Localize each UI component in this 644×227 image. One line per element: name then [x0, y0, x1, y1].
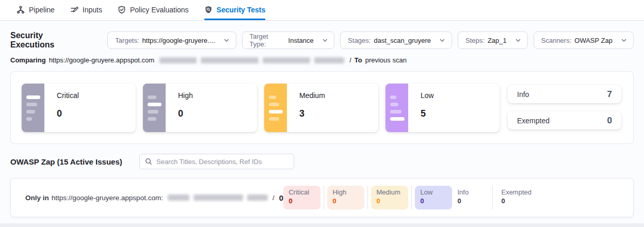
shield-search-icon [204, 6, 213, 14]
dropdown-value: https://google-gruyere.... [142, 37, 215, 44]
divider [492, 186, 493, 209]
dropdown-label: Steps: [465, 37, 485, 44]
exempted-label: Exempted [517, 117, 550, 125]
issues-search-box[interactable] [139, 154, 294, 169]
page-title: Security Executions [10, 31, 88, 50]
severity-count: 0 [57, 108, 79, 119]
badge-low: Low 0 [415, 186, 452, 209]
dropdown-label: Target Type: [250, 33, 285, 48]
tab-label: Policy Evaluations [130, 6, 189, 14]
severity-count: 3 [299, 108, 325, 119]
steps-dropdown[interactable]: Steps: Zap_1 [458, 31, 528, 49]
issue-group-text: Only in https://google-gruyere.appspot.c… [25, 193, 291, 202]
medium-severity-icon [264, 84, 287, 132]
severity-label: Low [421, 91, 434, 100]
target-type-dropdown[interactable]: Target Type: Instance [242, 31, 335, 49]
search-input[interactable] [156, 158, 288, 166]
badge-exempted: Exempted 0 [496, 186, 533, 209]
chevron-down-icon [439, 37, 445, 43]
info-count: 7 [607, 89, 612, 100]
tab-security-tests[interactable]: Security Tests [204, 0, 266, 20]
dropdown-label: Scanners: [541, 37, 572, 44]
filters-row: Security Executions Targets: https://goo… [10, 21, 634, 50]
dropdown-label: Stages: [348, 37, 371, 44]
exempted-card: Exempted 0 [508, 111, 621, 129]
tab-policy-evaluations[interactable]: Policy Evaluations [118, 0, 189, 20]
severity-card-high: High 0 [143, 84, 257, 132]
tab-label: Pipeline [29, 6, 55, 14]
search-icon [145, 158, 152, 165]
severity-card-critical: Critical 0 [22, 84, 136, 132]
badge-info: Info 0 [452, 186, 489, 209]
dropdown-value: Zap_1 [488, 37, 507, 44]
severity-card-low: Low 5 [385, 84, 500, 132]
stages-dropdown[interactable]: Stages: dast_scan_gruyere [340, 31, 452, 49]
info-label: Info [517, 90, 529, 99]
comparing-url: https://google-gruyere.appspot.com [49, 56, 155, 64]
inputs-icon [70, 6, 78, 14]
scanner-section-title: OWASP Zap (15 Active Issues) [10, 157, 139, 166]
divider [411, 186, 412, 209]
divider [367, 186, 368, 209]
issues-section-header: OWASP Zap (15 Active Issues) [10, 154, 634, 169]
severity-label: Critical [57, 91, 79, 100]
security-tests-panel: Security Executions Targets: https://goo… [0, 21, 644, 223]
chevron-down-icon [515, 37, 521, 43]
severity-label: High [178, 91, 193, 100]
issue-group-row[interactable]: Only in https://google-gruyere.appspot.c… [10, 178, 634, 217]
comparing-label: Comparing [10, 56, 46, 64]
severity-count: 0 [178, 108, 193, 119]
dropdown-value: Instance [288, 37, 314, 44]
severity-summary-card: Critical 0 High 0 [10, 71, 634, 144]
comparing-separator: / [349, 56, 351, 64]
tab-label: Security Tests [217, 6, 266, 14]
severity-count: 5 [421, 108, 434, 119]
exempted-count: 0 [607, 116, 612, 126]
issue-group-separator: / [272, 194, 275, 202]
critical-severity-icon [22, 84, 44, 132]
dropdown-label: Targets: [115, 37, 139, 44]
scanners-dropdown[interactable]: Scanners: OWASP Zap [534, 31, 634, 49]
only-in-label: Only in [25, 194, 49, 202]
tab-label: Inputs [83, 6, 102, 14]
info-card: Info 7 [508, 85, 621, 103]
chevron-down-icon [223, 37, 230, 43]
badge-medium: Medium 0 [371, 186, 408, 209]
severity-card-medium: Medium 3 [264, 84, 378, 132]
low-severity-icon [385, 84, 408, 132]
severity-label: Medium [299, 91, 325, 100]
badge-high: High 0 [327, 186, 364, 209]
chevron-down-icon [621, 37, 627, 43]
shield-check-icon [118, 6, 126, 14]
high-severity-icon [143, 84, 166, 132]
dropdown-value: dast_scan_gruyere [374, 37, 431, 44]
issue-group-url: https://google-gruyere.appspot.com: [52, 194, 163, 202]
severity-badges: Critical 0 High 0 Medium 0 Low 0 Info 0 [283, 186, 533, 209]
comparing-line: Comparing https://google-gruyere.appspot… [10, 56, 634, 64]
badge-critical: Critical 0 [283, 186, 320, 209]
divider [324, 186, 324, 209]
chevron-down-icon [322, 37, 328, 43]
redacted-text [159, 57, 344, 63]
targets-dropdown[interactable]: Targets: https://google-gruyere.... [107, 31, 236, 49]
comparing-to-value: previous scan [365, 56, 407, 64]
dropdown-value: OWASP Zap [574, 37, 613, 44]
comparing-to-label: To [355, 56, 362, 64]
info-exempted-column: Info 7 Exempted 0 [508, 84, 621, 131]
tab-inputs[interactable]: Inputs [70, 0, 102, 20]
redacted-text [168, 194, 268, 201]
tab-pipeline[interactable]: Pipeline [17, 0, 55, 20]
pipeline-icon [17, 6, 25, 14]
tab-bar: Pipeline Inputs Policy Evaluations Secur… [0, 0, 644, 21]
